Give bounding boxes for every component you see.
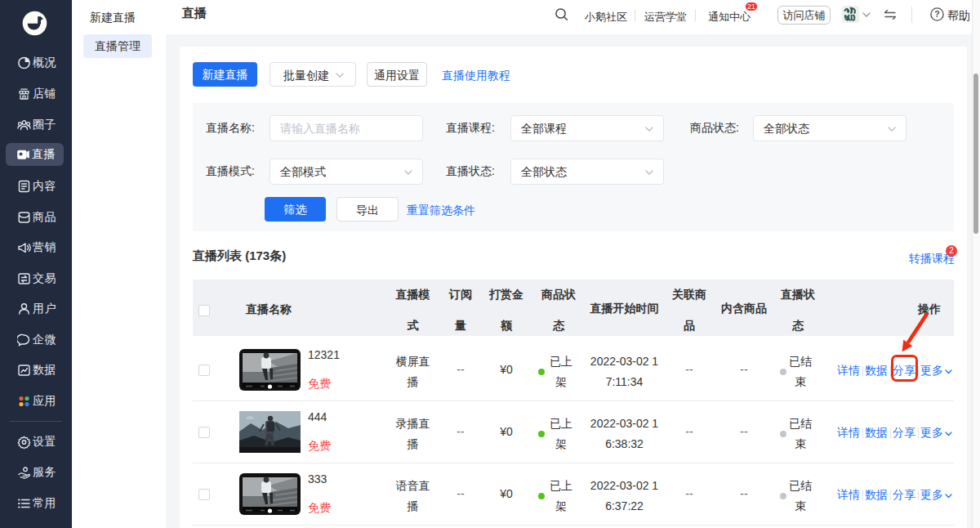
svg-text:?: ? bbox=[934, 9, 939, 19]
